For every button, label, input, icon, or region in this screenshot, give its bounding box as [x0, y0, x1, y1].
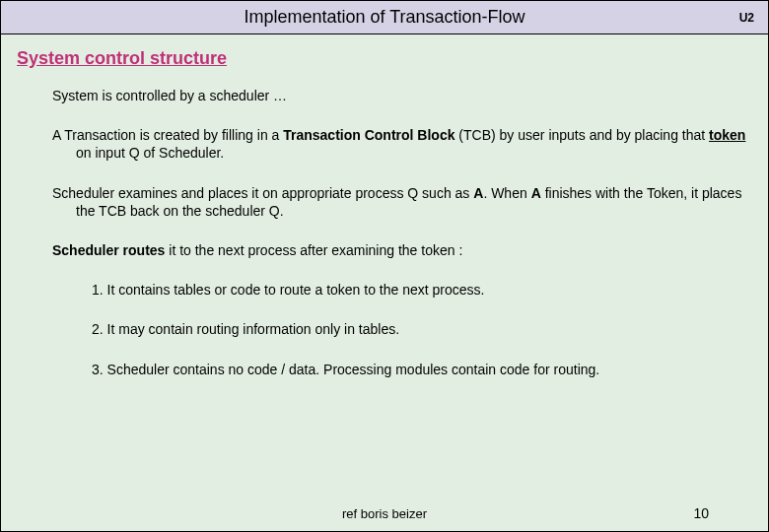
list-item: 1. It contains tables or code to route a… — [92, 281, 752, 299]
slide-body: System control structure System is contr… — [1, 34, 768, 404]
slide-title: Implementation of Transaction-Flow — [244, 7, 524, 28]
slide: Implementation of Transaction-Flow U2 Sy… — [0, 0, 769, 532]
para-intro: System is controlled by a scheduler … — [52, 87, 752, 104]
footer-reference: ref boris beizer — [1, 506, 768, 521]
list-item: 2. It may contain routing information on… — [92, 320, 752, 338]
para-scheduler-examines: Scheduler examines and places it on appr… — [52, 184, 752, 220]
page-number: 10 — [693, 505, 709, 521]
para-scheduler-routes: Scheduler routes it to the next process … — [52, 241, 752, 259]
text: . When — [483, 185, 530, 201]
section-heading: System control structure — [17, 48, 752, 69]
text: Scheduler examines and places it on appr… — [52, 185, 473, 201]
tcb-term: Transaction Control Block — [283, 127, 454, 143]
process-a-1: A — [473, 185, 483, 201]
process-a-2: A — [531, 185, 541, 201]
text: on input Q of Scheduler. — [76, 145, 224, 161]
para-tcb: A Transaction is created by filling in a… — [52, 126, 752, 162]
token-term: token — [709, 127, 745, 143]
routes-term: Scheduler routes — [52, 242, 165, 258]
numbered-list: 1. It contains tables or code to route a… — [92, 281, 752, 378]
unit-label: U2 — [739, 11, 754, 25]
text: it to the next process after examining t… — [165, 242, 462, 258]
text: A Transaction is created by filling in a — [52, 127, 283, 143]
text: (TCB) by user inputs and by placing that — [454, 127, 709, 143]
title-bar: Implementation of Transaction-Flow U2 — [1, 1, 768, 34]
list-item: 3. Scheduler contains no code / data. Pr… — [92, 361, 752, 378]
